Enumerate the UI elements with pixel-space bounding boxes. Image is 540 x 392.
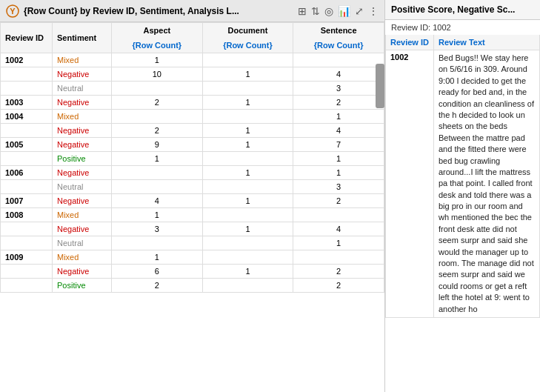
cell-sentiment: Mixed xyxy=(53,110,112,124)
cell-sentiment: Neutral xyxy=(53,180,112,194)
scrollbar[interactable] xyxy=(376,64,384,108)
cell-review-id xyxy=(1,279,53,293)
cell-document xyxy=(202,152,293,166)
cell-sentiment: Negative xyxy=(53,138,112,152)
cell-document xyxy=(202,236,293,250)
sort-icon[interactable]: ⇅ xyxy=(311,5,320,17)
target-icon[interactable]: ◎ xyxy=(324,5,333,17)
cell-sentiment: Positive xyxy=(53,152,112,166)
col-subheader-aspect: {Row Count} xyxy=(112,38,203,53)
cell-review-id xyxy=(1,82,53,96)
cell-sentiment: Negative xyxy=(53,194,112,208)
right-cell-review-text: Bed Bugs!! We stay here on 5/6/16 in 309… xyxy=(433,50,539,318)
cell-document: 1 xyxy=(202,96,293,110)
cell-document xyxy=(202,208,293,222)
left-panel: Y {Row Count} by Review ID, Sentiment, A… xyxy=(0,0,385,392)
table-row: Negative 3 1 4 xyxy=(1,222,384,236)
cell-aspect xyxy=(112,236,203,250)
cell-document xyxy=(202,110,293,124)
right-table-row: 1002 Bed Bugs!! We stay here on 5/6/16 i… xyxy=(386,50,540,318)
cell-document xyxy=(202,82,293,96)
grid-icon[interactable]: ⊞ xyxy=(298,5,307,17)
table-row: Negative 10 1 4 xyxy=(1,67,384,82)
cell-sentence: 3 xyxy=(293,180,384,194)
cell-sentiment: Neutral xyxy=(53,236,112,250)
cell-document: 1 xyxy=(202,194,293,208)
table-row: 1007 Negative 4 1 2 xyxy=(1,194,384,208)
right-col-header-review-text: Review Text xyxy=(433,35,539,50)
cell-review-id xyxy=(1,236,53,250)
cell-sentiment: Mixed xyxy=(53,53,112,67)
more-icon[interactable]: ⋮ xyxy=(368,5,379,17)
cell-document: 1 xyxy=(202,166,293,180)
cell-sentence: 1 xyxy=(293,236,384,250)
expand-icon[interactable]: ⤢ xyxy=(355,5,364,17)
cell-sentence: 7 xyxy=(293,138,384,152)
col-header-review-id: Review ID xyxy=(1,23,53,53)
col-subheader-sentence: {Row Count} xyxy=(293,38,384,53)
table-row: 1008 Mixed 1 xyxy=(1,208,384,222)
cell-sentence: 2 xyxy=(293,96,384,110)
cell-sentence: 1 xyxy=(293,166,384,180)
left-panel-header: Y {Row Count} by Review ID, Sentiment, A… xyxy=(0,0,384,22)
cell-aspect xyxy=(112,110,203,124)
cell-aspect: 9 xyxy=(112,138,203,152)
cell-sentence: 4 xyxy=(293,124,384,138)
cell-review-id: 1005 xyxy=(1,138,53,152)
cell-review-id: 1007 xyxy=(1,194,53,208)
cell-document xyxy=(202,53,293,67)
cell-sentence xyxy=(293,250,384,265)
table-row: Positive 1 1 xyxy=(1,152,384,166)
cell-review-id: 1006 xyxy=(1,166,53,180)
left-table-container: Review ID Sentiment Aspect Document Sent… xyxy=(0,22,384,392)
cell-review-id: 1002 xyxy=(1,53,53,67)
cell-document xyxy=(202,279,293,293)
cell-review-id: 1008 xyxy=(1,208,53,222)
left-table: Review ID Sentiment Aspect Document Sent… xyxy=(0,22,384,293)
cell-sentence: 2 xyxy=(293,194,384,208)
cell-document: 1 xyxy=(202,138,293,152)
cell-review-id xyxy=(1,124,53,138)
cell-sentiment: Negative xyxy=(53,166,112,180)
cell-sentence: 2 xyxy=(293,265,384,279)
cell-aspect xyxy=(112,180,203,194)
cell-aspect: 2 xyxy=(112,279,203,293)
right-col-header-review-id: Review ID xyxy=(386,35,434,50)
cell-review-id xyxy=(1,180,53,194)
col-subheader-document: {Row Count} xyxy=(202,38,293,53)
table-row: 1002 Mixed 1 xyxy=(1,53,384,67)
cell-sentence: 1 xyxy=(293,152,384,166)
table-row: Neutral 1 xyxy=(1,236,384,250)
cell-review-id: 1003 xyxy=(1,96,53,110)
left-panel-title: {Row Count} by Review ID, Sentiment, Ana… xyxy=(24,6,293,16)
cell-aspect: 1 xyxy=(112,250,203,265)
cell-sentence: 4 xyxy=(293,67,384,82)
review-id-label: Review ID: 1002 xyxy=(385,20,540,35)
cell-aspect: 6 xyxy=(112,265,203,279)
cell-aspect: 2 xyxy=(112,96,203,110)
col-header-sentiment: Sentiment xyxy=(53,23,112,53)
cell-sentiment: Mixed xyxy=(53,208,112,222)
cell-aspect xyxy=(112,82,203,96)
cell-review-id xyxy=(1,222,53,236)
cell-sentence: 4 xyxy=(293,222,384,236)
table-row: 1006 Negative 1 1 xyxy=(1,166,384,180)
table-row: 1005 Negative 9 1 7 xyxy=(1,138,384,152)
cell-sentence xyxy=(293,53,384,67)
cell-sentence xyxy=(293,208,384,222)
cell-document: 1 xyxy=(202,124,293,138)
cell-document: 1 xyxy=(202,265,293,279)
table-row: Positive 2 2 xyxy=(1,279,384,293)
table-row: 1004 Mixed 1 xyxy=(1,110,384,124)
cell-review-id: 1009 xyxy=(1,250,53,265)
right-panel: Positive Score, Negative Sc... Review ID… xyxy=(385,0,540,392)
cell-document xyxy=(202,250,293,265)
logo-icon: Y xyxy=(6,4,19,18)
table-row: Negative 2 1 4 xyxy=(1,124,384,138)
cell-sentiment: Negative xyxy=(53,222,112,236)
cell-aspect: 1 xyxy=(112,53,203,67)
cell-aspect: 1 xyxy=(112,152,203,166)
cell-aspect: 3 xyxy=(112,222,203,236)
chart-icon[interactable]: 📊 xyxy=(338,5,350,17)
cell-sentiment: Neutral xyxy=(53,82,112,96)
